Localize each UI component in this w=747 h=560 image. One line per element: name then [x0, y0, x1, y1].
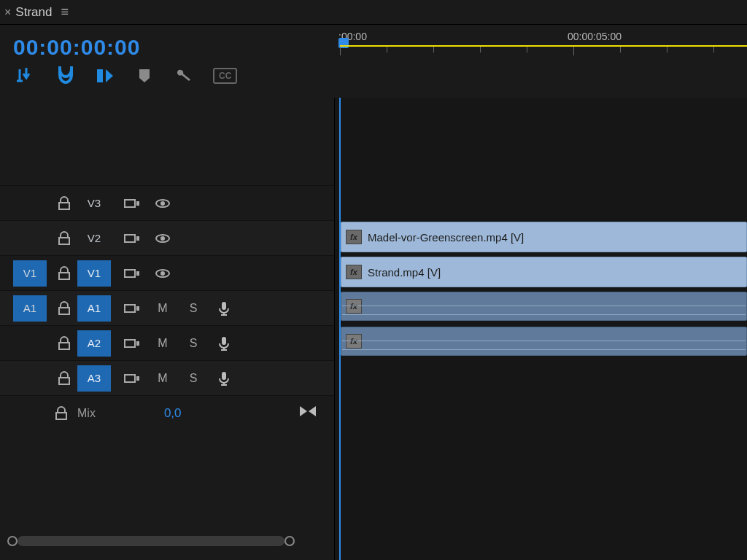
solo-button[interactable]: S [179, 295, 207, 322]
track-row-a3: A3 M S [0, 360, 334, 395]
source-patch-v1[interactable]: V1 [13, 260, 47, 287]
mute-button[interactable]: M [149, 295, 177, 322]
sync-lock-icon[interactable] [118, 225, 146, 252]
source-patch-a2[interactable] [13, 330, 47, 357]
source-patch-a1[interactable]: A1 [13, 295, 47, 322]
lane-v3[interactable] [335, 185, 747, 220]
mix-volume-value[interactable]: 0,0 [164, 406, 182, 421]
clip-label: Madel-vor-Greenscreen.mp4 [V] [368, 231, 524, 244]
sync-lock-icon[interactable] [118, 330, 146, 357]
zoom-handle-left[interactable] [7, 536, 18, 546]
svg-rect-19 [136, 376, 139, 381]
mute-button[interactable]: M [149, 330, 177, 357]
playhead-line[interactable] [339, 98, 341, 560]
clips-area[interactable]: fx Madel-vor-Greenscreen.mp4 [V] fx Stra… [334, 98, 747, 560]
pan-balance-icon[interactable] [299, 405, 317, 421]
lock-icon[interactable] [54, 225, 74, 252]
lane-v1[interactable]: fx Strand.mp4 [V] [335, 255, 747, 290]
svg-rect-15 [125, 340, 135, 347]
svg-point-3 [160, 201, 165, 206]
linked-selection-icon[interactable] [95, 66, 115, 86]
track-row-a1: A1 A1 M S [0, 290, 334, 325]
insert-overwrite-icon[interactable] [16, 66, 36, 86]
svg-rect-9 [136, 271, 139, 276]
lock-icon[interactable] [54, 330, 74, 357]
sync-lock-icon[interactable] [118, 260, 146, 287]
svg-rect-0 [125, 200, 135, 207]
ruler-ticks [334, 47, 747, 57]
lane-a3[interactable] [335, 360, 747, 395]
lock-icon[interactable] [51, 400, 71, 427]
svg-rect-8 [125, 270, 135, 277]
clip-a2[interactable]: fx [341, 327, 747, 356]
sync-lock-icon[interactable] [118, 295, 146, 322]
clip-v2[interactable]: fx Madel-vor-Greenscreen.mp4 [V] [341, 222, 747, 252]
voiceover-record-icon[interactable] [210, 365, 238, 392]
lock-icon[interactable] [54, 295, 74, 322]
source-patch-v3[interactable] [13, 190, 47, 217]
ruler-label: 00:00:05:00 [568, 31, 622, 42]
svg-rect-13 [136, 306, 139, 311]
solo-button[interactable]: S [179, 330, 207, 357]
clip-v1[interactable]: fx Strand.mp4 [V] [341, 257, 747, 287]
timeline-body: V3 V2 V1 V1 A1 [0, 98, 747, 560]
track-headers: V3 V2 V1 V1 A1 [0, 98, 334, 560]
svg-rect-12 [125, 305, 135, 312]
track-target-a3[interactable]: A3 [77, 365, 111, 392]
sequence-tab-title[interactable]: Strand [15, 5, 52, 20]
mix-track-row: Mix 0,0 [0, 395, 334, 430]
mute-button[interactable]: M [149, 365, 177, 392]
panel-tabbar: × Strand ≡ [0, 0, 747, 25]
track-row-v1: V1 V1 [0, 255, 334, 290]
toggle-track-output-icon[interactable] [149, 190, 177, 217]
svg-rect-16 [136, 341, 139, 346]
track-target-v1[interactable]: V1 [77, 260, 111, 287]
track-target-a2[interactable]: A2 [77, 330, 111, 357]
voiceover-record-icon[interactable] [210, 330, 238, 357]
sync-lock-icon[interactable] [118, 190, 146, 217]
tab-close-button[interactable]: × [4, 6, 11, 19]
marker-icon[interactable] [134, 66, 155, 86]
track-target-v2[interactable]: V2 [77, 225, 111, 252]
toggle-track-output-icon[interactable] [149, 260, 177, 287]
playhead-timecode[interactable]: 00:00:00:00 [13, 35, 334, 60]
fx-badge-icon[interactable]: fx [346, 299, 362, 314]
clip-a1[interactable]: fx [341, 292, 747, 321]
fx-badge-icon[interactable]: fx [346, 265, 362, 279]
lane-a2[interactable]: fx [335, 325, 747, 360]
scrollbar-track[interactable] [18, 539, 285, 543]
timeline-toolbar: CC [13, 66, 334, 86]
track-target-a1[interactable]: A1 [77, 295, 111, 322]
settings-wrench-icon[interactable] [174, 66, 194, 86]
scrollbar-thumb[interactable] [18, 536, 285, 546]
lock-icon[interactable] [54, 190, 74, 217]
track-row-a2: A2 M S [0, 325, 334, 360]
lock-icon[interactable] [54, 260, 74, 287]
lane-a1[interactable]: fx [335, 290, 747, 325]
source-patch-v2[interactable] [13, 225, 47, 252]
timeline-panel: × Strand ≡ 00:00:00:00 [0, 0, 747, 560]
lock-icon[interactable] [54, 365, 74, 392]
timeline-header: 00:00:00:00 CC [0, 25, 747, 98]
lane-v2[interactable]: fx Madel-vor-Greenscreen.mp4 [V] [335, 220, 747, 255]
svg-rect-4 [125, 235, 135, 242]
time-ruler[interactable]: :00:00 00:00:05:00 [334, 25, 747, 98]
source-patch-a3[interactable] [13, 365, 47, 392]
solo-button[interactable]: S [179, 365, 207, 392]
fx-badge-icon[interactable]: fx [346, 230, 362, 244]
captions-icon[interactable]: CC [213, 68, 237, 84]
voiceover-record-icon[interactable] [210, 295, 238, 322]
panel-menu-icon[interactable]: ≡ [61, 4, 69, 20]
mix-label: Mix [77, 407, 96, 420]
fx-badge-icon[interactable]: fx [346, 334, 362, 349]
track-target-v3[interactable]: V3 [77, 190, 111, 217]
svg-rect-5 [136, 236, 139, 241]
snap-icon[interactable] [55, 66, 76, 86]
ruler-labels: :00:00 00:00:05:00 [334, 31, 747, 44]
header-left: 00:00:00:00 CC [0, 25, 334, 98]
svg-point-7 [160, 236, 165, 241]
zoom-handle-right[interactable] [285, 536, 295, 546]
toggle-track-output-icon[interactable] [149, 225, 177, 252]
horizontal-zoom-scrollbar[interactable] [7, 535, 295, 547]
sync-lock-icon[interactable] [118, 365, 146, 392]
